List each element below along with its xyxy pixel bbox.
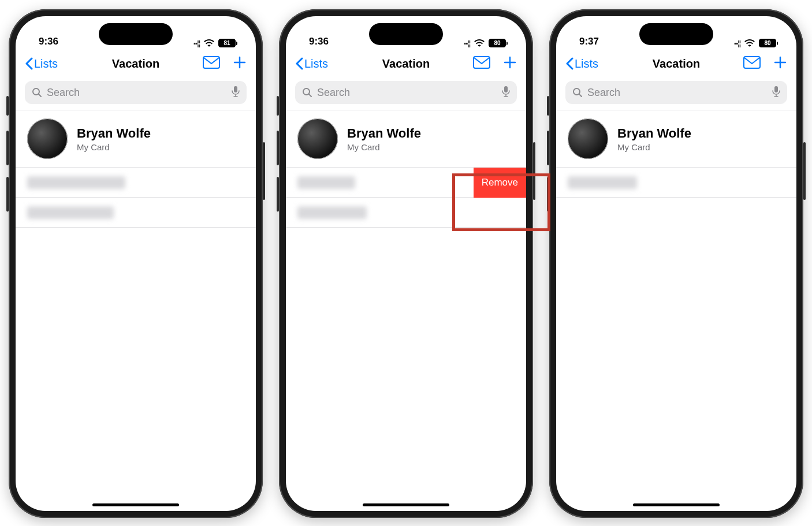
chevron-left-icon [565,57,573,70]
mic-icon[interactable] [772,86,780,99]
chevron-left-icon [295,57,303,70]
svg-rect-5 [504,86,508,92]
back-button[interactable]: Lists [25,57,58,71]
status-time: 9:37 [579,36,599,47]
svg-rect-0 [203,57,219,68]
list-item[interactable]: Remove [286,168,526,198]
redacted-text [568,176,637,189]
search-icon [572,87,583,98]
mic-icon[interactable] [232,86,240,99]
mic-icon[interactable] [502,86,510,99]
page-title: Vacation [653,57,700,71]
wifi-icon [474,39,485,47]
status-time: 9:36 [309,36,329,47]
card-name: Bryan Wolfe [617,126,691,141]
wifi-icon [204,39,214,47]
add-button[interactable] [233,55,247,72]
search-field[interactable] [25,81,247,104]
avatar [568,118,608,159]
list-item[interactable] [286,198,526,228]
back-button[interactable]: Lists [565,57,598,71]
mail-button[interactable] [203,56,220,71]
wifi-icon [744,39,755,47]
search-input[interactable] [317,87,497,99]
nav-bar: Lists Vacation [286,50,526,77]
battery-icon: 80 [489,39,508,47]
nav-bar: Lists Vacation [556,50,796,77]
search-input[interactable] [47,87,227,99]
search-input[interactable] [587,87,768,99]
redacted-text [297,206,367,219]
home-indicator[interactable] [92,503,179,506]
card-name: Bryan Wolfe [77,126,151,141]
card-subtitle: My Card [617,142,691,152]
phone-mockup: 9:37 ▪▪¦¦ 80 Lists Vacation [549,9,803,518]
dynamic-island [99,23,173,45]
mail-button[interactable] [743,56,761,71]
phone-mockup: 9:36 ▪▪¦¦ 80 Lists Vacation [279,9,533,518]
screen: 9:36 ▪▪¦¦ 80 Lists Vacation [286,16,526,511]
screen: 9:36 ▪▪¦¦ 81 Lists Vacation [16,16,256,511]
redacted-text [27,176,125,189]
back-button[interactable]: Lists [295,57,328,71]
mail-button[interactable] [473,56,490,71]
redacted-text [297,176,355,189]
add-button[interactable] [773,55,787,72]
svg-rect-6 [744,57,760,68]
add-button[interactable] [503,55,517,72]
battery-icon: 81 [218,39,237,47]
avatar [297,118,338,159]
svg-rect-8 [774,86,778,92]
cellular-icon: ▪▪¦¦ [464,39,470,47]
redacted-text [27,206,114,219]
svg-rect-2 [234,86,237,92]
home-indicator[interactable] [363,503,449,506]
back-label: Lists [34,57,58,71]
remove-button[interactable]: Remove [474,168,526,198]
svg-rect-3 [474,57,490,68]
screen: 9:37 ▪▪¦¦ 80 Lists Vacation [556,16,796,511]
list-item[interactable] [16,198,256,228]
nav-bar: Lists Vacation [16,50,256,77]
chevron-left-icon [25,57,33,70]
my-card-row[interactable]: Bryan Wolfe My Card [556,110,796,167]
phone-mockup: 9:36 ▪▪¦¦ 81 Lists Vacation [9,9,263,518]
back-label: Lists [575,57,598,71]
search-field[interactable] [565,81,787,104]
my-card-row[interactable]: Bryan Wolfe My Card [286,110,526,167]
home-indicator[interactable] [633,503,720,506]
card-subtitle: My Card [347,142,421,152]
dynamic-island [639,23,713,45]
cellular-icon: ▪▪¦¦ [734,39,740,47]
search-icon [32,87,42,98]
back-label: Lists [304,57,328,71]
list-item[interactable] [16,168,256,198]
page-title: Vacation [382,57,430,71]
card-subtitle: My Card [77,142,151,152]
search-field[interactable] [295,81,517,104]
list-item[interactable] [556,168,796,198]
search-icon [302,87,312,98]
battery-icon: 80 [759,39,778,47]
page-title: Vacation [112,57,159,71]
status-time: 9:36 [39,36,58,47]
avatar [27,118,68,159]
cellular-icon: ▪▪¦¦ [193,39,200,47]
dynamic-island [369,23,443,45]
card-name: Bryan Wolfe [347,126,421,141]
my-card-row[interactable]: Bryan Wolfe My Card [16,110,256,167]
